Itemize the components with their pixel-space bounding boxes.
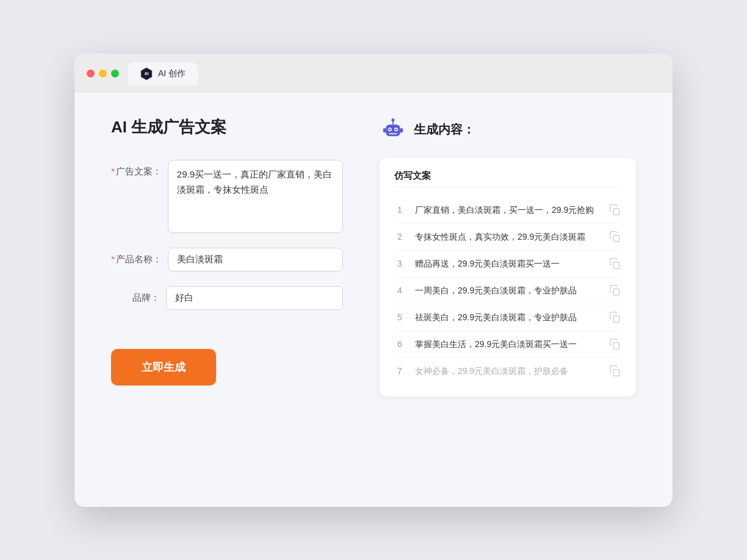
copy-icon[interactable] <box>609 365 621 377</box>
svg-point-9 <box>391 118 394 121</box>
product-name-group: *产品名称： <box>111 248 343 271</box>
left-panel: AI 生成广告文案 *广告文案： *产品名称： 品牌： 立即生成 <box>111 117 343 483</box>
result-item-text: 专抹女性斑点，真实功效，29.9元美白淡斑霜 <box>415 231 599 243</box>
result-header: 生成内容： <box>380 117 636 143</box>
svg-rect-16 <box>614 316 619 323</box>
svg-rect-13 <box>614 235 619 242</box>
svg-rect-11 <box>400 128 403 132</box>
copy-icon[interactable] <box>609 311 621 323</box>
result-title: 生成内容： <box>414 121 475 138</box>
result-list: 1 厂家直销，美白淡斑霜，买一送一，29.9元抢购 2 专抹女性斑点，真实功效，… <box>394 197 621 384</box>
result-list-item: 3 赠品再送，29.9元美白淡斑霜买一送一 <box>394 251 621 278</box>
ad-copy-group: *广告文案： <box>111 160 343 233</box>
result-item-number: 7 <box>394 366 405 376</box>
generate-button[interactable]: 立即生成 <box>111 349 216 386</box>
result-item-number: 5 <box>394 312 405 322</box>
svg-rect-10 <box>383 128 386 132</box>
result-item-number: 1 <box>394 205 405 215</box>
svg-rect-12 <box>614 209 619 215</box>
svg-rect-17 <box>614 343 619 350</box>
result-card: 仿写文案 1 厂家直销，美白淡斑霜，买一送一，29.9元抢购 2 专抹女性斑点，… <box>380 158 636 397</box>
main-content: AI 生成广告文案 *广告文案： *产品名称： 品牌： 立即生成 <box>74 92 673 507</box>
result-list-item: 4 一周美白，29.9元美白淡斑霜，专业护肤品 <box>394 278 621 304</box>
tab-label: AI 创作 <box>158 68 186 79</box>
required-star-2: * <box>111 254 115 264</box>
svg-rect-7 <box>389 133 397 134</box>
ad-copy-input[interactable] <box>168 160 343 233</box>
brand-group: 品牌： <box>111 286 343 310</box>
copy-icon[interactable] <box>609 257 621 270</box>
product-name-input[interactable] <box>168 248 343 271</box>
page-title: AI 生成广告文案 <box>111 117 343 138</box>
brand-label: 品牌： <box>111 286 160 304</box>
result-list-item: 6 掌握美白生活，29.9元美白淡斑霜买一送一 <box>394 331 621 358</box>
result-item-text: 祛斑美白，29.9元美白淡斑霜，专业护肤品 <box>415 311 599 324</box>
tab-ai-create[interactable]: AI AI 创作 <box>128 62 198 85</box>
traffic-lights <box>87 70 119 77</box>
result-item-text: 厂家直销，美白淡斑霜，买一送一，29.9元抢购 <box>415 204 599 217</box>
result-item-text: 掌握美白生活，29.9元美白淡斑霜买一送一 <box>415 338 599 351</box>
svg-rect-18 <box>614 370 619 376</box>
svg-rect-2 <box>386 124 400 136</box>
robot-icon <box>380 117 406 143</box>
maximize-button[interactable] <box>111 70 119 77</box>
result-item-number: 2 <box>394 232 405 242</box>
svg-point-5 <box>389 128 391 130</box>
result-item-number: 3 <box>394 259 405 268</box>
titlebar: AI AI 创作 <box>74 54 673 92</box>
result-item-text: 女神必备，29.9元美白淡斑霜，护肤必备 <box>415 365 599 378</box>
svg-text:AI: AI <box>144 71 148 76</box>
result-list-item: 1 厂家直销，美白淡斑霜，买一送一，29.9元抢购 <box>394 197 621 224</box>
minimize-button[interactable] <box>99 70 107 77</box>
result-list-item: 2 专抹女性斑点，真实功效，29.9元美白淡斑霜 <box>394 224 621 251</box>
browser-window: AI AI 创作 AI 生成广告文案 *广告文案： *产品名称： <box>74 54 673 507</box>
product-name-label: *产品名称： <box>111 248 162 265</box>
right-panel: 生成内容： 仿写文案 1 厂家直销，美白淡斑霜，买一送一，29.9元抢购 2 专… <box>380 117 636 483</box>
close-button[interactable] <box>87 70 95 77</box>
result-item-number: 4 <box>394 285 405 295</box>
result-section-title: 仿写文案 <box>394 170 621 187</box>
copy-icon[interactable] <box>609 231 621 243</box>
copy-icon[interactable] <box>609 338 621 350</box>
result-list-item: 7 女神必备，29.9元美白淡斑霜，护肤必备 <box>394 358 621 384</box>
svg-point-6 <box>395 128 397 130</box>
copy-icon[interactable] <box>609 204 621 216</box>
result-item-text: 一周美白，29.9元美白淡斑霜，专业护肤品 <box>415 284 599 297</box>
required-star-1: * <box>111 166 115 176</box>
svg-rect-14 <box>614 262 619 269</box>
result-list-item: 5 祛斑美白，29.9元美白淡斑霜，专业护肤品 <box>394 304 621 331</box>
result-item-number: 6 <box>394 339 405 349</box>
ai-tab-icon: AI <box>140 67 153 81</box>
brand-input[interactable] <box>166 286 343 310</box>
copy-icon[interactable] <box>609 284 621 296</box>
svg-rect-15 <box>614 289 619 296</box>
result-item-text: 赠品再送，29.9元美白淡斑霜买一送一 <box>415 257 599 270</box>
ad-copy-label: *广告文案： <box>111 160 162 178</box>
